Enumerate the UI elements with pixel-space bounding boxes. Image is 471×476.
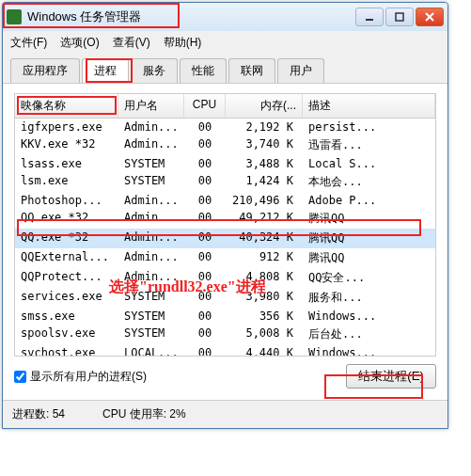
window-title: Windows 任务管理器: [27, 8, 355, 25]
cell: 腾讯QQ: [303, 249, 435, 267]
cell: 00: [184, 309, 226, 324]
cell: Admin...: [118, 193, 184, 208]
cell: 00: [184, 230, 226, 247]
cell: Adobe P...: [303, 193, 435, 208]
cell: svchost.exe: [15, 345, 118, 357]
cell: 3,488 K: [226, 156, 303, 171]
cell: 00: [184, 345, 226, 357]
show-all-users-label: 显示所有用户的进程(S): [30, 369, 147, 385]
cell: services.exe: [15, 289, 118, 307]
cell: 4,440 K: [226, 345, 303, 357]
cell: Admin...: [118, 230, 184, 247]
table-row[interactable]: smss.exeSYSTEM00356 KWindows...: [15, 308, 435, 325]
minimize-button[interactable]: [355, 8, 384, 26]
menu-help[interactable]: 帮助(H): [164, 35, 202, 51]
cell: SYSTEM: [118, 173, 184, 191]
tab-5[interactable]: 用户: [277, 58, 324, 83]
cell: lsm.exe: [15, 173, 118, 191]
table-row[interactable]: services.exeSYSTEM003,980 K服务和...: [15, 288, 435, 308]
cell: KKV.exe *32: [15, 136, 118, 154]
menu-file[interactable]: 文件(F): [10, 35, 47, 51]
menu-options[interactable]: 选项(O): [60, 35, 99, 51]
tab-1[interactable]: 进程: [82, 58, 129, 83]
menu-view[interactable]: 查看(V): [113, 35, 150, 51]
cell: Admin...: [118, 249, 184, 267]
cell: 服务和...: [303, 289, 435, 307]
cell: Photoshop...: [15, 193, 118, 208]
cell: 00: [184, 193, 226, 208]
cell: QQ.exe *32: [15, 210, 118, 228]
cell: LOCAL...: [118, 345, 184, 357]
cell: spoolsv.exe: [15, 325, 118, 343]
table-row[interactable]: lsass.exeSYSTEM003,488 KLocal S...: [15, 155, 435, 172]
status-process-count: 进程数: 54: [12, 406, 65, 422]
cell: QQ.exe *32: [15, 230, 118, 247]
col-cpu[interactable]: CPU: [184, 94, 226, 118]
cell: lsass.exe: [15, 156, 118, 171]
cell: 00: [184, 173, 226, 191]
cell: 迅雷看...: [303, 136, 435, 154]
table-row[interactable]: QQ.exe *32Admin...0049,212 K腾讯QQ: [15, 209, 435, 229]
cell: 00: [184, 136, 226, 154]
process-table: 映像名称 用户名 CPU 内存(... 描述 igfxpers.exeAdmin…: [14, 93, 436, 357]
cell: igfxpers.exe: [15, 119, 118, 135]
status-cpu-usage: CPU 使用率: 2%: [102, 406, 186, 422]
cell: QQ安全...: [303, 269, 435, 287]
table-row[interactable]: KKV.exe *32Admin...003,740 K迅雷看...: [15, 135, 435, 155]
cell: 00: [184, 156, 226, 171]
cell: 后台处...: [303, 325, 435, 343]
statusbar: 进程数: 54 CPU 使用率: 2%: [3, 400, 447, 428]
close-button[interactable]: [416, 8, 444, 26]
table-row[interactable]: spoolsv.exeSYSTEM005,008 K后台处...: [15, 325, 435, 344]
cell: QQExternal...: [15, 249, 118, 267]
col-image-name[interactable]: 映像名称: [15, 94, 118, 118]
table-row[interactable]: QQExternal...Admin...00912 K腾讯QQ: [15, 248, 435, 268]
svg-rect-1: [396, 13, 403, 21]
col-memory[interactable]: 内存(...: [226, 94, 303, 118]
table-row[interactable]: lsm.exeSYSTEM001,424 K本地会...: [15, 172, 435, 192]
col-user[interactable]: 用户名: [118, 94, 184, 118]
end-process-button[interactable]: 结束进程(E): [346, 364, 436, 389]
cell: 2,192 K: [226, 119, 303, 135]
table-row[interactable]: QQProtect...Admin...004,808 KQQ安全...: [15, 268, 435, 288]
titlebar: Windows 任务管理器: [3, 3, 447, 31]
table-row[interactable]: svchost.exeLOCAL...004,440 KWindows...: [15, 344, 435, 357]
cell: Admin...: [118, 119, 184, 135]
table-row[interactable]: QQ.exe *32Admin...0040,324 K腾讯QQ: [15, 229, 435, 248]
menubar: 文件(F) 选项(O) 查看(V) 帮助(H): [3, 31, 447, 55]
cell: SYSTEM: [118, 156, 184, 171]
cell: 本地会...: [303, 173, 435, 191]
maximize-button[interactable]: [385, 8, 414, 26]
cell: 49,212 K: [226, 210, 303, 228]
cell: SYSTEM: [118, 309, 184, 324]
cell: 3,740 K: [226, 136, 303, 154]
cell: Windows...: [303, 309, 435, 324]
col-description[interactable]: 描述: [303, 94, 435, 118]
show-all-users-checkbox[interactable]: [14, 371, 26, 383]
app-icon: [7, 9, 22, 24]
table-row[interactable]: igfxpers.exeAdmin...002,192 Kpersist...: [15, 119, 435, 135]
cell: 356 K: [226, 309, 303, 324]
tab-0[interactable]: 应用程序: [10, 58, 80, 83]
cell: 00: [184, 249, 226, 267]
cell: 00: [184, 269, 226, 287]
cell: Admin...: [118, 269, 184, 287]
table-row[interactable]: Photoshop...Admin...00210,496 KAdobe P..…: [15, 192, 435, 209]
cell: 00: [184, 119, 226, 135]
tab-3[interactable]: 性能: [180, 58, 227, 83]
cell: Admin...: [118, 210, 184, 228]
cell: 912 K: [226, 249, 303, 267]
cell: Admin...: [118, 136, 184, 154]
table-header: 映像名称 用户名 CPU 内存(... 描述: [15, 94, 435, 119]
tab-4[interactable]: 联网: [228, 58, 275, 83]
cell: 00: [184, 325, 226, 343]
cell: 腾讯QQ: [303, 210, 435, 228]
cell: 4,808 K: [226, 269, 303, 287]
cell: 腾讯QQ: [303, 230, 435, 247]
tabbar: 应用程序进程服务性能联网用户: [3, 55, 447, 84]
tab-2[interactable]: 服务: [131, 58, 178, 83]
cell: 00: [184, 210, 226, 228]
cell: 5,008 K: [226, 325, 303, 343]
cell: 1,424 K: [226, 173, 303, 191]
cell: 40,324 K: [226, 230, 303, 247]
